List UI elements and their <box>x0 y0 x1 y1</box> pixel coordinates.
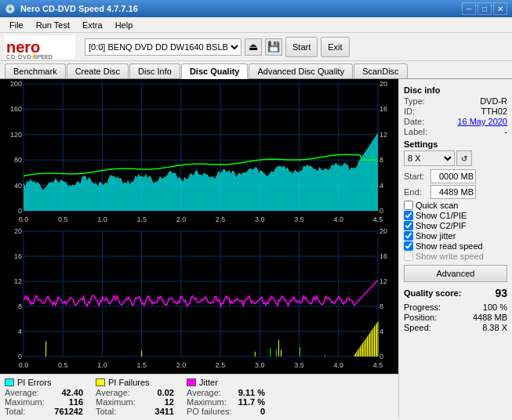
main-content: PI Errors Average: 42.40 Maximum: 116 To… <box>0 79 512 418</box>
quality-score-label: Quality score: <box>404 288 461 298</box>
pif-max-value: 12 <box>165 397 174 407</box>
label-value: - <box>504 127 507 136</box>
end-field-row: End: <box>404 185 507 199</box>
app-title: Nero CD-DVD Speed 4.7.7.16 <box>20 4 138 13</box>
disc-info-title: Disc info <box>404 85 507 95</box>
speed-selector[interactable]: 8 X Maximum 1 X 2 X 4 X 16 X <box>404 150 455 166</box>
charts-wrapper <box>0 79 398 374</box>
quick-scan-label: Quick scan <box>416 201 458 210</box>
show-read-speed-row: Show read speed <box>404 241 507 251</box>
speed-value: 8.38 X <box>482 323 507 332</box>
quality-score-row: Quality score: 93 <box>404 287 507 299</box>
tab-benchmark[interactable]: Benchmark <box>5 63 66 78</box>
pi-avg-value: 42.40 <box>61 388 83 397</box>
jitter-max-value: 11.7 % <box>238 397 265 407</box>
app-icon: 💿 <box>5 4 16 14</box>
id-value: TTH02 <box>481 107 507 116</box>
eject-icon[interactable]: ⏏ <box>245 38 262 56</box>
titlebar: 💿 Nero CD-DVD Speed 4.7.7.16 ─ □ ✕ <box>0 0 512 17</box>
pi-failures-label: PI Failures <box>108 378 150 387</box>
pi-errors-color <box>5 378 14 386</box>
pif-avg-value: 0.02 <box>158 388 174 397</box>
speed-label: Speed: <box>404 323 431 332</box>
date-value[interactable]: 16 May 2020 <box>457 117 507 126</box>
close-button[interactable]: ✕ <box>493 2 507 15</box>
start-mb-input[interactable] <box>430 169 476 183</box>
pi-max-value: 116 <box>69 397 83 407</box>
show-c2-label: Show C2/PIF <box>416 221 467 230</box>
type-value: DVD-R <box>480 96 507 106</box>
tab-scandisc[interactable]: ScanDisc <box>354 63 407 78</box>
end-mb-label: End: <box>404 187 429 197</box>
start-field-row: Start: <box>404 169 507 183</box>
refresh-icon[interactable]: ↺ <box>456 150 472 166</box>
menu-extra[interactable]: Extra <box>76 19 109 31</box>
pi-failures-header: PI Failures <box>96 378 174 387</box>
show-write-speed-checkbox[interactable] <box>404 252 413 261</box>
quick-scan-checkbox[interactable] <box>404 201 413 210</box>
jitter-header: Jitter <box>187 378 265 387</box>
progress-section: Progress: 100 % Position: 4488 MB Speed:… <box>404 302 507 332</box>
nero-logo: nero CD·DVD⚡SPEED <box>5 35 75 59</box>
info-panel: Disc info Type: DVD-R ID: TTH02 Date: 16… <box>398 79 512 418</box>
svg-text:nero: nero <box>6 38 40 56</box>
tab-disc-info[interactable]: Disc Info <box>129 63 180 78</box>
pi-max-label: Maximum: <box>5 397 45 407</box>
show-read-speed-checkbox[interactable] <box>404 241 413 251</box>
position-value: 4488 MB <box>473 313 507 322</box>
show-c1-checkbox[interactable] <box>404 211 413 220</box>
maximize-button[interactable]: □ <box>478 2 492 15</box>
chart2-canvas <box>2 228 397 371</box>
menubar: File Run Test Extra Help <box>0 17 512 33</box>
quality-score-value: 93 <box>495 287 507 299</box>
type-label: Type: <box>404 96 425 106</box>
pi-errors-header: PI Errors <box>5 378 83 387</box>
minimize-button[interactable]: ─ <box>462 2 476 15</box>
end-mb-input[interactable] <box>430 185 476 199</box>
pi-failures-stats: PI Failures Average: 0.02 Maximum: 12 To… <box>96 378 174 416</box>
menu-run-test[interactable]: Run Test <box>30 19 76 31</box>
id-label: ID: <box>404 107 415 116</box>
stats-bar: PI Errors Average: 42.40 Maximum: 116 To… <box>0 374 398 419</box>
svg-text:SPEED: SPEED <box>34 54 53 59</box>
exit-button[interactable]: Exit <box>321 37 349 57</box>
menu-file[interactable]: File <box>3 19 30 31</box>
start-mb-label: Start: <box>404 172 429 181</box>
tab-create-disc[interactable]: Create Disc <box>67 63 129 78</box>
show-read-speed-label: Show read speed <box>416 241 483 251</box>
show-write-speed-row: Show write speed <box>404 252 507 261</box>
show-jitter-label: Show jitter <box>416 231 456 241</box>
show-c2-checkbox[interactable] <box>404 221 413 230</box>
date-label: Date: <box>404 117 424 126</box>
label-label: Label: <box>404 127 427 136</box>
position-label: Position: <box>404 313 437 322</box>
show-c1-row: Show C1/PIE <box>404 211 507 220</box>
pi-total-value: 761242 <box>54 407 83 416</box>
tab-advanced-disc-quality[interactable]: Advanced Disc Quality <box>249 63 353 78</box>
tab-disc-quality[interactable]: Disc Quality <box>181 63 249 79</box>
start-button[interactable]: Start <box>285 37 318 57</box>
menu-help[interactable]: Help <box>109 19 140 31</box>
quick-scan-row: Quick scan <box>404 201 507 210</box>
pi-failures-color <box>96 378 105 386</box>
svg-text:CD·DVD: CD·DVD <box>6 54 32 59</box>
pi-avg-label: Average: <box>5 388 39 397</box>
jitter-max-label: Maximum: <box>187 397 227 407</box>
chart2-container <box>2 228 397 372</box>
advanced-button[interactable]: Advanced <box>404 265 507 282</box>
tab-bar: Benchmark Create Disc Disc Info Disc Qua… <box>0 61 512 79</box>
titlebar-title: 💿 Nero CD-DVD Speed 4.7.7.16 <box>5 4 138 14</box>
chart1-canvas <box>2 81 397 225</box>
show-jitter-row: Show jitter <box>404 231 507 241</box>
jitter-color <box>187 378 196 386</box>
progress-label: Progress: <box>404 302 441 312</box>
jitter-stats: Jitter Average: 9.11 % Maximum: 11.7 % P… <box>187 378 265 416</box>
save-icon[interactable]: 💾 <box>265 38 282 56</box>
show-write-speed-label: Show write speed <box>416 252 484 261</box>
pi-errors-label: PI Errors <box>17 378 51 387</box>
chart1-container <box>2 81 397 226</box>
show-c2-row: Show C2/PIF <box>404 221 507 230</box>
titlebar-controls: ─ □ ✕ <box>462 2 507 15</box>
drive-selector[interactable]: [0:0] BENQ DVD DD DW1640 BSLB <box>85 38 241 56</box>
show-jitter-checkbox[interactable] <box>404 231 413 241</box>
